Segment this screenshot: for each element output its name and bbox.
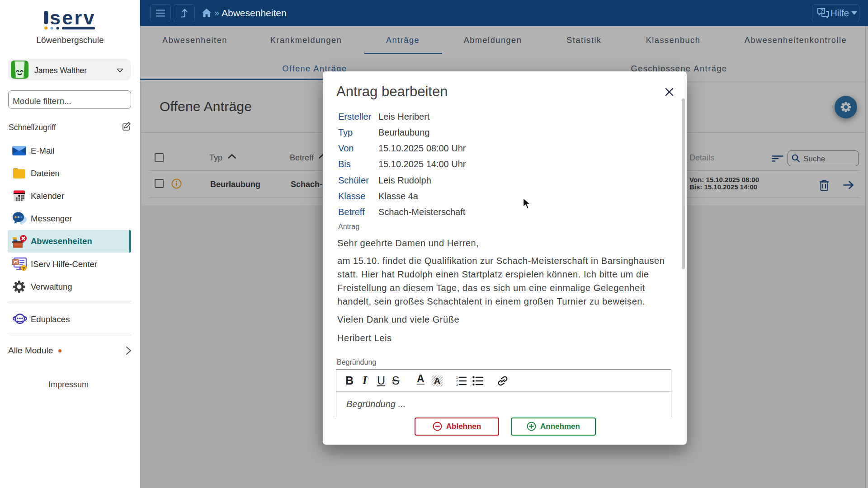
svg-text:3: 3 bbox=[456, 383, 458, 386]
svg-text:A: A bbox=[434, 376, 440, 386]
svg-text:?: ? bbox=[820, 9, 823, 14]
svg-text:2: 2 bbox=[456, 380, 458, 383]
svg-text:1: 1 bbox=[456, 376, 458, 379]
svg-text:?: ? bbox=[23, 266, 25, 271]
svg-text:serv: serv bbox=[50, 8, 96, 28]
